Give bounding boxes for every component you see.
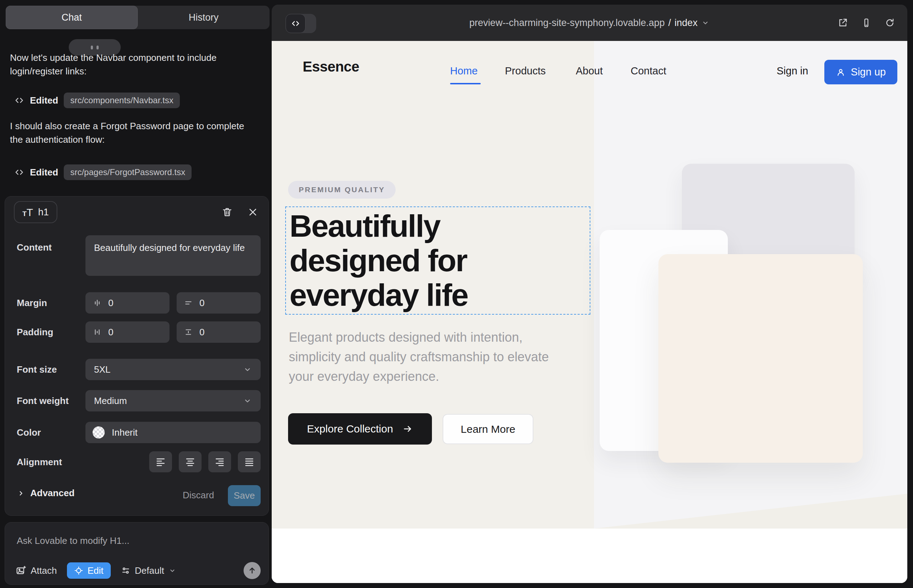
preview-window: preview--charming-site-symphony.lovable.… bbox=[272, 5, 907, 583]
close-icon[interactable] bbox=[248, 207, 258, 217]
element-tag-label: h1 bbox=[38, 207, 49, 218]
mode-select[interactable]: Default bbox=[121, 565, 176, 576]
color-swatch bbox=[92, 426, 105, 438]
chat-tabbar: Chat History bbox=[6, 6, 270, 29]
nav-link-contact[interactable]: Contact bbox=[631, 65, 666, 77]
alignment-label: Alignment bbox=[17, 457, 62, 468]
tab-chat[interactable]: Chat bbox=[6, 6, 138, 29]
advanced-toggle[interactable]: Advanced bbox=[17, 488, 74, 499]
discard-button[interactable]: Discard bbox=[183, 490, 214, 501]
padding-x-icon bbox=[92, 328, 102, 337]
hero-description: Elegant products designed with intention… bbox=[289, 328, 570, 386]
padding-x-value: 0 bbox=[108, 327, 113, 338]
content-value: Beautifully designed for everyday life bbox=[94, 242, 244, 254]
margin-y-value: 0 bbox=[199, 297, 204, 309]
explore-collection-label: Explore Collection bbox=[307, 423, 393, 435]
align-justify-icon bbox=[244, 457, 254, 467]
trash-icon[interactable] bbox=[222, 207, 233, 218]
nav-link-about[interactable]: About bbox=[576, 65, 603, 77]
tab-history-label: History bbox=[189, 12, 219, 23]
edit-mode-button[interactable]: Edit bbox=[67, 562, 111, 579]
learn-more-label: Learn More bbox=[461, 423, 515, 435]
preview-url-page: index bbox=[674, 18, 698, 29]
content-label: Content bbox=[17, 242, 52, 253]
mode-label: Default bbox=[135, 565, 164, 576]
margin-y-icon bbox=[184, 298, 193, 307]
user-icon bbox=[836, 67, 846, 77]
margin-x-value: 0 bbox=[108, 297, 113, 309]
font-size-value: 5XL bbox=[94, 364, 110, 375]
active-nav-underline bbox=[450, 83, 481, 84]
align-justify-button[interactable] bbox=[238, 451, 261, 472]
code-icon bbox=[14, 167, 24, 177]
code-icon bbox=[14, 95, 24, 105]
mobile-view-icon[interactable] bbox=[861, 18, 872, 28]
font-weight-value: Medium bbox=[94, 396, 127, 407]
align-right-button[interactable] bbox=[208, 451, 231, 472]
sign-in-link[interactable]: Sign in bbox=[777, 65, 808, 77]
padding-y-input[interactable]: 0 bbox=[176, 321, 261, 343]
learn-more-button[interactable]: Learn More bbox=[443, 414, 533, 444]
margin-label: Margin bbox=[17, 297, 47, 309]
chat-composer[interactable]: Ask Lovable to modify H1... Attach Edit … bbox=[5, 522, 269, 585]
file-chip[interactable]: src/components/Navbar.tsx bbox=[64, 92, 180, 108]
nav-link-home[interactable]: Home bbox=[450, 65, 478, 77]
chat-message: Now let's update the Navbar component to… bbox=[10, 51, 256, 78]
edited-file-row: Edited src/components/Navbar.tsx bbox=[14, 92, 180, 109]
file-chip[interactable]: src/pages/ForgotPassword.tsx bbox=[64, 165, 191, 180]
content-input[interactable]: Beautifully designed for everyday life bbox=[86, 235, 261, 276]
hero-badge: PREMIUM QUALITY bbox=[288, 181, 396, 199]
align-center-icon bbox=[185, 457, 196, 467]
font-size-label: Font size bbox=[17, 364, 57, 375]
margin-x-icon bbox=[92, 298, 102, 307]
site-logo[interactable]: Essence bbox=[303, 59, 359, 75]
font-weight-select[interactable]: Medium bbox=[86, 390, 261, 412]
site-page: Essence Home Products About Contact Sign… bbox=[272, 41, 907, 583]
color-label: Color bbox=[17, 427, 41, 438]
edit-target-icon bbox=[74, 566, 83, 575]
color-value: Inherit bbox=[112, 427, 138, 438]
composer-input[interactable]: Ask Lovable to modify H1... bbox=[17, 535, 129, 546]
sliders-icon bbox=[121, 565, 131, 575]
align-right-icon bbox=[214, 457, 225, 467]
color-select[interactable]: Inherit bbox=[86, 422, 261, 443]
save-button[interactable]: Save bbox=[228, 485, 261, 506]
padding-y-icon bbox=[184, 328, 193, 337]
align-center-button[interactable] bbox=[179, 451, 202, 472]
save-label: Save bbox=[233, 490, 254, 501]
preview-url-bar[interactable]: preview--charming-site-symphony.lovable.… bbox=[272, 5, 907, 41]
padding-x-input[interactable]: 0 bbox=[86, 321, 170, 343]
attach-button[interactable]: Attach bbox=[16, 565, 57, 576]
tab-history[interactable]: History bbox=[138, 6, 270, 29]
edit-label: Edit bbox=[87, 565, 104, 576]
open-external-icon[interactable] bbox=[837, 18, 848, 28]
padding-y-value: 0 bbox=[199, 327, 204, 338]
element-editor-panel: TT h1 Content Beautifully designed for e… bbox=[5, 196, 269, 516]
chevron-down-icon bbox=[243, 396, 252, 405]
edited-label: Edited bbox=[30, 95, 58, 106]
advanced-label: Advanced bbox=[30, 488, 74, 499]
app-window: Chat History Now let's update the Navbar… bbox=[0, 0, 913, 588]
send-button[interactable] bbox=[244, 562, 261, 579]
hero-heading[interactable]: Beautifully designed for everyday life bbox=[290, 209, 503, 312]
chat-message: I should also create a Forgot Password p… bbox=[10, 120, 256, 146]
selected-element-tag: TT h1 bbox=[14, 201, 57, 223]
tab-chat-label: Chat bbox=[62, 12, 82, 23]
align-left-button[interactable] bbox=[149, 451, 172, 472]
font-weight-label: Font weight bbox=[17, 396, 69, 407]
explore-collection-button[interactable]: Explore Collection bbox=[288, 413, 432, 444]
nav-link-products[interactable]: Products bbox=[505, 65, 546, 77]
chevron-down-icon bbox=[243, 365, 252, 374]
sign-up-label: Sign up bbox=[851, 66, 885, 78]
sign-up-button[interactable]: Sign up bbox=[824, 60, 897, 84]
chevron-down-icon bbox=[168, 567, 176, 575]
section-below-hero bbox=[272, 528, 907, 583]
arrow-right-icon bbox=[402, 423, 413, 434]
attach-image-icon bbox=[16, 565, 26, 576]
font-size-select[interactable]: 5XL bbox=[86, 359, 261, 380]
composer-toolbar: Attach Edit Default bbox=[16, 561, 261, 580]
margin-x-input[interactable]: 0 bbox=[86, 292, 170, 313]
margin-y-input[interactable]: 0 bbox=[176, 292, 261, 313]
align-left-icon bbox=[155, 457, 166, 467]
refresh-icon[interactable] bbox=[884, 18, 895, 28]
